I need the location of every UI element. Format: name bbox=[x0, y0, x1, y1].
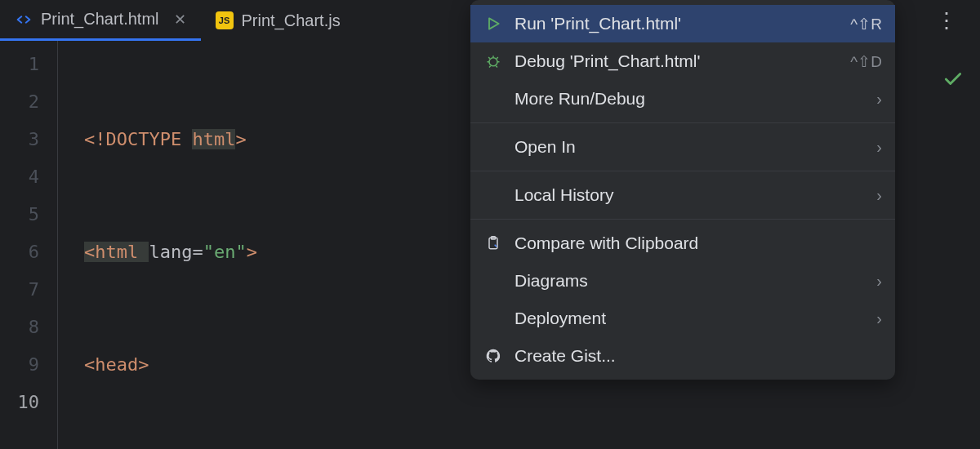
github-icon bbox=[483, 346, 503, 366]
menu-label: Local History bbox=[514, 185, 865, 205]
js-file-icon: JS bbox=[216, 11, 234, 29]
context-menu: Run 'Print_Chart.html' ^⇧R Debug 'Print_… bbox=[470, 0, 895, 380]
chevron-right-icon: › bbox=[876, 272, 882, 291]
line-number: 6 bbox=[0, 233, 39, 271]
menu-label: Open In bbox=[514, 137, 865, 157]
menu-label: More Run/Debug bbox=[514, 89, 865, 109]
play-icon bbox=[483, 14, 503, 33]
line-number: 2 bbox=[0, 83, 39, 121]
line-gutter: 1 2 3 4 5 6 7 8 9 10 bbox=[0, 41, 57, 449]
menu-label: Deployment bbox=[514, 309, 865, 328]
empty-icon bbox=[483, 271, 503, 291]
menu-label: Compare with Clipboard bbox=[514, 233, 882, 253]
empty-icon bbox=[483, 89, 503, 109]
close-icon[interactable]: ✕ bbox=[167, 11, 186, 29]
menu-open-in[interactable]: Open In › bbox=[470, 128, 895, 166]
inspection-ok-icon[interactable] bbox=[942, 69, 964, 93]
menu-label: Run 'Print_Chart.html' bbox=[514, 14, 839, 33]
line-number: 10 bbox=[0, 384, 39, 421]
tab-label: Print_Chart.html bbox=[41, 10, 159, 29]
svg-point-0 bbox=[489, 58, 497, 66]
menu-run[interactable]: Run 'Print_Chart.html' ^⇧R bbox=[470, 5, 895, 42]
menu-separator bbox=[470, 219, 895, 220]
line-number: 8 bbox=[0, 309, 39, 346]
menu-compare-clipboard[interactable]: Compare with Clipboard bbox=[470, 224, 895, 262]
menu-diagrams[interactable]: Diagrams › bbox=[470, 262, 895, 300]
chevron-right-icon: › bbox=[876, 90, 882, 109]
chevron-right-icon: › bbox=[876, 309, 882, 328]
line-number: 1 bbox=[0, 46, 39, 83]
menu-label: Create Gist... bbox=[514, 346, 882, 366]
menu-debug[interactable]: Debug 'Print_Chart.html' ^⇧D bbox=[470, 42, 895, 80]
tab-print-chart-js[interactable]: JS Print_Chart.js bbox=[201, 0, 355, 41]
menu-separator bbox=[470, 122, 895, 123]
html-file-icon bbox=[15, 11, 33, 29]
menu-deployment[interactable]: Deployment › bbox=[470, 300, 895, 337]
menu-label: Debug 'Print_Chart.html' bbox=[514, 51, 839, 71]
chevron-right-icon: › bbox=[876, 138, 882, 157]
tab-label: Print_Chart.js bbox=[242, 11, 341, 30]
empty-icon bbox=[483, 137, 503, 157]
menu-shortcut: ^⇧D bbox=[850, 52, 882, 71]
menu-shortcut: ^⇧R bbox=[850, 15, 882, 33]
line-number: 5 bbox=[0, 196, 39, 233]
chevron-right-icon: › bbox=[876, 186, 882, 205]
line-number: 7 bbox=[0, 271, 39, 309]
tab-print-chart-html[interactable]: Print_Chart.html ✕ bbox=[0, 0, 201, 41]
menu-separator bbox=[470, 171, 895, 171]
line-number: 4 bbox=[0, 158, 39, 196]
menu-more-run-debug[interactable]: More Run/Debug › bbox=[470, 80, 895, 118]
empty-icon bbox=[483, 185, 503, 205]
line-number: 3 bbox=[0, 121, 39, 158]
menu-create-gist[interactable]: Create Gist... bbox=[470, 337, 895, 375]
more-options-icon[interactable]: ⋮ bbox=[936, 8, 957, 33]
menu-local-history[interactable]: Local History › bbox=[470, 176, 895, 214]
clipboard-icon bbox=[483, 233, 503, 253]
menu-label: Diagrams bbox=[514, 271, 865, 291]
bug-icon bbox=[483, 51, 503, 71]
line-number: 9 bbox=[0, 346, 39, 384]
empty-icon bbox=[483, 309, 503, 328]
